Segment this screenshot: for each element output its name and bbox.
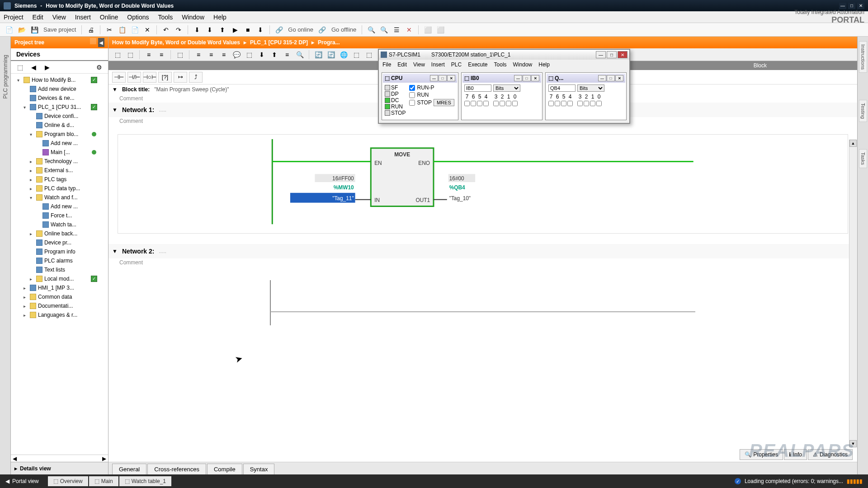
delete-button[interactable]: ✕ [142, 24, 153, 35]
plcsim-window[interactable]: S7-PLCSIM1 S7300/ET200M station_1\PLC_1 … [378, 49, 630, 124]
tree-item[interactable]: Device confi... [11, 112, 108, 121]
network1-collapse[interactable]: ▼ [112, 107, 118, 113]
plcsim-titlebar[interactable]: S7-PLCSIM1 S7300/ET200M station_1\PLC_1 … [379, 50, 629, 60]
tree-toggle[interactable]: ▸ [24, 313, 28, 318]
qb4-bit-7[interactable] [548, 101, 554, 106]
tree-item[interactable]: PLC alarms [11, 256, 108, 265]
et-btn9[interactable]: 💬 [231, 49, 242, 60]
tree-toggle[interactable]: ▸ [24, 304, 28, 309]
ib0-close[interactable]: ✕ [531, 75, 539, 81]
run-checkbox[interactable] [409, 92, 415, 98]
new-project-button[interactable]: 📄 [4, 24, 14, 35]
tree-toggle[interactable]: ▾ [30, 132, 34, 137]
plcsim-menu-window[interactable]: Window [513, 61, 533, 68]
et-btn6[interactable]: ≡ [193, 49, 204, 60]
tree-toggle[interactable]: ▾ [17, 78, 22, 83]
qb4-close[interactable]: ✕ [615, 75, 623, 81]
download-button[interactable]: ⬇ [204, 24, 215, 35]
plcsim-menu-view[interactable]: View [413, 61, 425, 68]
go-online-icon[interactable]: 🔗 [274, 24, 284, 35]
open-project-button[interactable]: 📂 [16, 24, 27, 35]
tree-item[interactable]: Text lists [11, 265, 108, 274]
undo-button[interactable]: ↶ [160, 24, 171, 35]
et-btn7[interactable]: ≡ [206, 49, 217, 60]
tree-toggle[interactable]: ▸ [30, 159, 34, 164]
menu-help[interactable]: Help [213, 14, 226, 21]
tree-item[interactable]: Program info [11, 247, 108, 256]
tree-item[interactable]: Add new ... [11, 139, 108, 148]
et-btn16[interactable]: 🔄 [326, 49, 336, 60]
qb4-bit-3[interactable] [577, 101, 583, 106]
tree-item[interactable]: ▸HMI_1 [MP 3... [11, 283, 108, 292]
qb4-bit-1[interactable] [590, 101, 595, 106]
et-btn10[interactable]: ⬚ [244, 49, 255, 60]
tree-toggle[interactable]: ▸ [30, 168, 34, 173]
ib0-bit-1[interactable] [506, 101, 511, 106]
qb4-bit-2[interactable] [584, 101, 589, 106]
menu-window[interactable]: Window [182, 14, 204, 21]
accessible-button[interactable]: 🔍 [366, 24, 377, 35]
pin-icon[interactable] [90, 38, 96, 44]
copy-button[interactable]: 📋 [117, 24, 127, 35]
ib0-bit-7[interactable] [464, 101, 470, 106]
save-icon[interactable]: 💾 [29, 24, 40, 35]
network2-body[interactable] [108, 267, 857, 340]
menu-options[interactable]: Options [127, 14, 149, 21]
tree-item[interactable]: ▸Technology ... [11, 157, 108, 166]
plcsim-menu-edit[interactable]: Edit [397, 61, 407, 68]
plcsim-menu-tools[interactable]: Tools [494, 61, 507, 68]
tree-toggle[interactable]: ▸ [24, 295, 28, 300]
tree-item[interactable]: ▾PLC_1 [CPU 31...✓ [11, 103, 108, 112]
cut-button[interactable]: ✂ [104, 24, 115, 35]
tree-item[interactable]: ▸Local mod...✓ [11, 274, 108, 283]
tree-settings-button[interactable]: ⚙ [94, 62, 104, 73]
ib0-addr-input[interactable] [464, 84, 491, 92]
menu-view[interactable]: View [52, 14, 66, 21]
menu-online[interactable]: Online [100, 14, 118, 21]
network2-collapse[interactable]: ▼ [112, 248, 118, 254]
split2-button[interactable]: ⬜ [435, 24, 446, 35]
instructions-tab[interactable]: Instructions [859, 41, 867, 73]
tree-item[interactable]: Devices & ne... [11, 94, 108, 103]
status-tab-main[interactable]: ⬚Main [89, 476, 118, 486]
et-btn8[interactable]: ≡ [218, 49, 229, 60]
et-btn15[interactable]: 🔄 [313, 49, 324, 60]
et-btn18[interactable]: ⬚ [351, 49, 362, 60]
runp-checkbox[interactable] [409, 85, 415, 91]
minimize-button[interactable]: — [839, 3, 846, 9]
tree-item[interactable]: Add new device [11, 84, 108, 94]
cpu-close[interactable]: ✕ [447, 75, 455, 81]
contact-nc-button[interactable]: ⊣/⊢ [127, 72, 141, 83]
ib0-bit-0[interactable] [512, 101, 518, 106]
plcsim-menu-execute[interactable]: Execute [468, 61, 487, 68]
ib0-bit-2[interactable] [500, 101, 505, 106]
tree-item[interactable]: ▾Program blo... [11, 130, 108, 139]
compile-button[interactable]: ⬇ [192, 24, 203, 35]
network1-body[interactable]: MOVE EN ENO IN OUT1 16#FF00 %MW10 "Tag_1… [108, 125, 857, 244]
ib0-max[interactable]: □ [523, 75, 531, 81]
tree-toggle[interactable]: ▾ [30, 195, 34, 200]
go-offline-icon[interactable]: 🔗 [317, 24, 328, 35]
general-tab[interactable]: General [112, 464, 146, 474]
block-title-value[interactable]: "Main Program Sweep (Cycle)" [154, 86, 229, 93]
qb4-addr-input[interactable] [548, 84, 576, 92]
box-button[interactable]: [?] [158, 72, 172, 83]
tree-item[interactable]: ▸PLC tags [11, 175, 108, 184]
network2-comment[interactable]: Comment [108, 258, 857, 267]
ib0-format-select[interactable]: Bits [493, 84, 520, 92]
compile-tab[interactable]: Compile [207, 464, 242, 474]
qb4-bit-5[interactable] [561, 101, 566, 106]
split-button[interactable]: ⬜ [422, 24, 433, 35]
menu-edit[interactable]: Edit [33, 14, 43, 21]
status-tab-overview[interactable]: ⬚Overview [48, 476, 88, 486]
tree-item[interactable]: Force t... [11, 211, 108, 220]
qb4-min[interactable]: — [598, 75, 606, 81]
tree-toggle[interactable]: ▸ [30, 231, 34, 236]
menu-project[interactable]: Project [4, 14, 24, 21]
stop-checkbox[interactable] [409, 100, 415, 106]
portal-view-button[interactable]: ◀Portal view [5, 478, 39, 484]
crossref-tab[interactable]: Cross-references [147, 464, 206, 474]
qb4-bit-4[interactable] [567, 101, 573, 106]
tree-item[interactable]: ▸Common data [11, 292, 108, 301]
details-view-header[interactable]: ▸ Details view [11, 462, 108, 474]
